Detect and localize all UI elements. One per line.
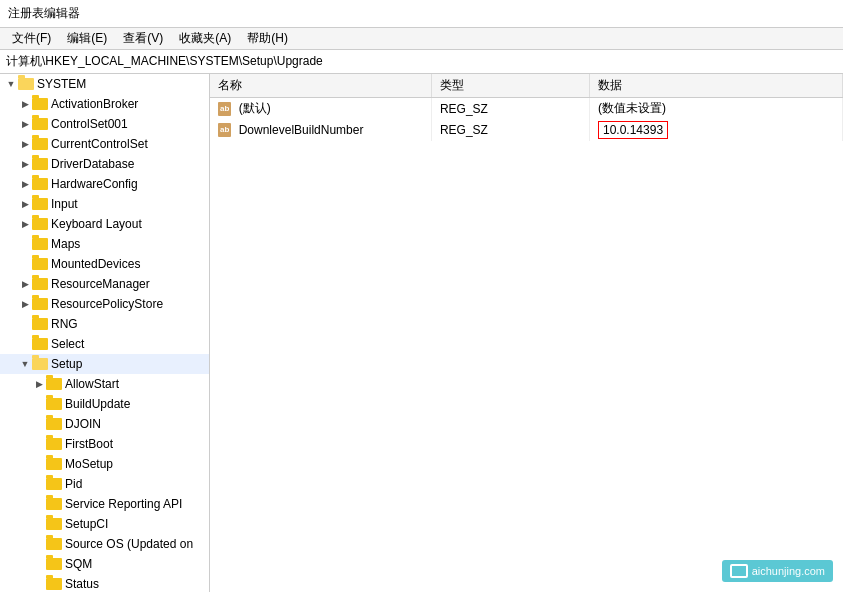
folder-icon-mounteddevices <box>32 257 48 271</box>
tree-label-activationbroker: ActivationBroker <box>51 97 138 111</box>
chevron-input: ▶ <box>18 199 32 209</box>
folder-icon-allowstart <box>46 377 62 391</box>
tree-label-pid: Pid <box>65 477 82 491</box>
folder-icon-sqm <box>46 557 62 571</box>
folder-icon-activationbroker <box>32 97 48 111</box>
folder-icon-buildupdate <box>46 397 62 411</box>
chevron-system: ▼ <box>4 79 18 89</box>
folder-icon-input <box>32 197 48 211</box>
chevron-setup: ▼ <box>18 359 32 369</box>
tree-item-select[interactable]: Select <box>0 334 209 354</box>
registry-table: 名称 类型 数据 ab (默认) REG_SZ (数值未设置) <box>210 74 843 141</box>
col-header-type: 类型 <box>431 74 589 98</box>
folder-icon-rng <box>32 317 48 331</box>
folder-icon-djoin <box>46 417 62 431</box>
folder-icon-resourcepolicystore <box>32 297 48 311</box>
tree-label-keyboardlayout: Keyboard Layout <box>51 217 142 231</box>
chevron-firstboot <box>32 439 46 449</box>
tree-item-driverdatabase[interactable]: ▶ DriverDatabase <box>0 154 209 174</box>
tree-item-keyboardlayout[interactable]: ▶ Keyboard Layout <box>0 214 209 234</box>
tree-label-setupci: SetupCI <box>65 517 108 531</box>
tree-item-resourcepolicystore[interactable]: ▶ ResourcePolicyStore <box>0 294 209 314</box>
folder-icon-controlset001 <box>32 117 48 131</box>
menu-file[interactable]: 文件(F) <box>4 28 59 49</box>
tree-label-currentcontrolset: CurrentControlSet <box>51 137 148 151</box>
tree-item-status[interactable]: Status <box>0 574 209 592</box>
menu-favorites[interactable]: 收藏夹(A) <box>171 28 239 49</box>
tree-label-resourcepolicystore: ResourcePolicyStore <box>51 297 163 311</box>
reg-name-label-downlevel: DownlevelBuildNumber <box>239 123 364 137</box>
address-bar-text: 计算机\HKEY_LOCAL_MACHINE\SYSTEM\Setup\Upgr… <box>6 53 323 70</box>
tree-item-sourceos[interactable]: Source OS (Updated on <box>0 534 209 554</box>
folder-icon-driverdatabase <box>32 157 48 171</box>
tree-item-mosetup[interactable]: MoSetup <box>0 454 209 474</box>
ab-icon-downlevel: ab <box>218 123 231 137</box>
tree-label-mosetup: MoSetup <box>65 457 113 471</box>
tree-item-djoin[interactable]: DJOIN <box>0 414 209 434</box>
tree-item-sqm[interactable]: SQM <box>0 554 209 574</box>
folder-icon-resourcemanager <box>32 277 48 291</box>
tree-label-controlset001: ControlSet001 <box>51 117 128 131</box>
folder-icon-setup <box>32 357 48 371</box>
menu-help[interactable]: 帮助(H) <box>239 28 296 49</box>
tree-item-input[interactable]: ▶ Input <box>0 194 209 214</box>
tree-item-setup[interactable]: ▼ Setup <box>0 354 209 374</box>
folder-icon-status <box>46 577 62 591</box>
folder-icon-maps <box>32 237 48 251</box>
tree-item-controlset001[interactable]: ▶ ControlSet001 <box>0 114 209 134</box>
reg-type-downlevel: REG_SZ <box>431 119 589 141</box>
table-header-row: 名称 类型 数据 <box>210 74 843 98</box>
table-row[interactable]: ab (默认) REG_SZ (数值未设置) <box>210 98 843 120</box>
watermark-text: aichunjing.com <box>752 565 825 577</box>
tree-label-maps: Maps <box>51 237 80 251</box>
chevron-activationbroker: ▶ <box>18 99 32 109</box>
tree-item-hardwareconfig[interactable]: ▶ HardwareConfig <box>0 174 209 194</box>
chevron-select <box>18 339 32 349</box>
chevron-status <box>32 579 46 589</box>
tree-item-firstboot[interactable]: FirstBoot <box>0 434 209 454</box>
tree-label-resourcemanager: ResourceManager <box>51 277 150 291</box>
chevron-keyboardlayout: ▶ <box>18 219 32 229</box>
tree-item-rng[interactable]: RNG <box>0 314 209 334</box>
chevron-resourcemanager: ▶ <box>18 279 32 289</box>
reg-data-value-highlight: 10.0.14393 <box>598 121 668 139</box>
tree-item-currentcontrolset[interactable]: ▶ CurrentControlSet <box>0 134 209 154</box>
chevron-hardwareconfig: ▶ <box>18 179 32 189</box>
chevron-sqm <box>32 559 46 569</box>
tree-item-servicereportingapi[interactable]: Service Reporting API <box>0 494 209 514</box>
chevron-currentcontrolset: ▶ <box>18 139 32 149</box>
chevron-driverdatabase: ▶ <box>18 159 32 169</box>
tree-item-setupci[interactable]: SetupCI <box>0 514 209 534</box>
tree-item-mounteddevices[interactable]: MountedDevices <box>0 254 209 274</box>
chevron-rng <box>18 319 32 329</box>
tree-item-pid[interactable]: Pid <box>0 474 209 494</box>
folder-icon-system <box>18 77 34 91</box>
reg-type-default: REG_SZ <box>431 98 589 120</box>
tree-item-resourcemanager[interactable]: ▶ ResourceManager <box>0 274 209 294</box>
tree-label-input: Input <box>51 197 78 211</box>
tree-label-driverdatabase: DriverDatabase <box>51 157 134 171</box>
title-bar: 注册表编辑器 <box>0 0 843 28</box>
table-row[interactable]: ab DownlevelBuildNumber REG_SZ 10.0.1439… <box>210 119 843 141</box>
menu-view[interactable]: 查看(V) <box>115 28 171 49</box>
tree-pane[interactable]: ▼ SYSTEM ▶ ActivationBroker ▶ ControlSet… <box>0 74 210 592</box>
chevron-pid <box>32 479 46 489</box>
tree-item-allowstart[interactable]: ▶ AllowStart <box>0 374 209 394</box>
tree-item-activationbroker[interactable]: ▶ ActivationBroker <box>0 94 209 114</box>
menu-edit[interactable]: 编辑(E) <box>59 28 115 49</box>
tree-item-system[interactable]: ▼ SYSTEM <box>0 74 209 94</box>
tree-label-sqm: SQM <box>65 557 92 571</box>
chevron-controlset001: ▶ <box>18 119 32 129</box>
reg-name-downlevel: ab DownlevelBuildNumber <box>210 119 431 141</box>
chevron-mosetup <box>32 459 46 469</box>
reg-data-downlevel: 10.0.14393 <box>590 119 843 141</box>
tree-label-hardwareconfig: HardwareConfig <box>51 177 138 191</box>
chevron-allowstart: ▶ <box>32 379 46 389</box>
tree-item-buildupdate[interactable]: BuildUpdate <box>0 394 209 414</box>
tree-label-djoin: DJOIN <box>65 417 101 431</box>
reg-name-default: ab (默认) <box>210 98 431 120</box>
address-bar: 计算机\HKEY_LOCAL_MACHINE\SYSTEM\Setup\Upgr… <box>0 50 843 74</box>
folder-icon-keyboardlayout <box>32 217 48 231</box>
folder-icon-pid <box>46 477 62 491</box>
tree-item-maps[interactable]: Maps <box>0 234 209 254</box>
